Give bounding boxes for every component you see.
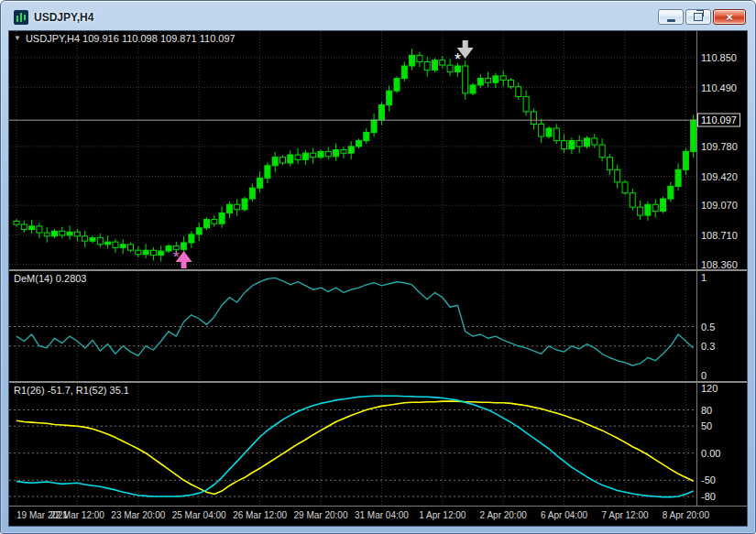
ri-plot[interactable]: R1(26) -51.7, R1(52) 35.1 (9, 383, 696, 506)
current-price-tag: 110.097 (697, 114, 740, 127)
scale-tick-label: 110.490 (701, 82, 737, 93)
scale-tick-label: 110.850 (701, 52, 737, 63)
maximize-restore-button[interactable] (685, 9, 711, 25)
chart-client-area: ** ▼ USDJPY,H4 109.916 110.098 109.871 1… (8, 30, 748, 527)
window-controls: × (658, 9, 746, 25)
scale-tick-label: 108.360 (701, 259, 738, 269)
time-axis-label: 6 Apr 04:00 (541, 510, 587, 520)
ri-indicator-pane: R1(26) -51.7, R1(52) 35.1 12080500.00-50… (9, 383, 747, 506)
scale-tick-label: -50 (701, 474, 716, 485)
scale-tick-label: -80 (701, 491, 716, 502)
scale-tick-label: 109.070 (701, 200, 738, 211)
dem-indicator-svg[interactable] (9, 271, 696, 381)
time-axis-label: 23 Mar 20:00 (111, 510, 165, 520)
time-axis-label: 31 Mar 04:00 (355, 510, 409, 520)
ri-indicator-svg[interactable] (9, 383, 696, 506)
time-scale[interactable]: 19 Mar 202122 Mar 12:0023 Mar 20:0025 Ma… (9, 506, 747, 526)
scale-tick-label: 1 (701, 272, 707, 283)
scale-tick-label: 0 (701, 370, 707, 381)
close-icon: × (726, 11, 733, 23)
time-axis-label: 29 Mar 20:00 (294, 510, 348, 520)
scale-tick-label: 120 (701, 383, 718, 394)
minimize-button[interactable] (658, 9, 684, 25)
price-pane: ** ▼ USDJPY,H4 109.916 110.098 109.871 1… (9, 31, 747, 269)
title-bar[interactable]: USDJPY,H4 × (8, 1, 748, 30)
dem-plot[interactable]: DeM(14) 0.2803 (9, 271, 696, 381)
one-click-trading-toggle[interactable]: ▼ (14, 35, 21, 42)
buy-asterisk: * (173, 248, 180, 267)
time-axis-label: 7 Apr 12:00 (601, 510, 648, 520)
price-plot[interactable]: ** ▼ USDJPY,H4 109.916 110.098 109.871 1… (9, 31, 696, 269)
close-button[interactable]: × (713, 9, 746, 25)
chart-window: USDJPY,H4 × ** ▼ USDJPY,H4 109.916 110.0… (0, 0, 756, 534)
chart-icon[interactable] (14, 10, 28, 25)
restore-icon (694, 13, 703, 21)
scale-tick-label: 109.420 (701, 171, 738, 182)
scale-tick-label: 109.780 (701, 141, 738, 152)
scale-tick-label: 108.710 (701, 230, 738, 241)
price-scale[interactable]: 110.850110.490109.780109.420109.070108.7… (696, 31, 747, 269)
dem-scale[interactable]: 10.50.30 (696, 271, 747, 381)
price-chart-svg[interactable]: ** (9, 31, 696, 269)
time-axis-label: 25 Mar 04:00 (172, 510, 226, 520)
time-axis-label: 2 Apr 20:00 (480, 510, 527, 520)
time-axis-label: 26 Mar 12:00 (233, 510, 287, 520)
ri-scale[interactable]: 12080500.00-50-80 (696, 383, 747, 506)
scale-tick-label: 0.3 (701, 341, 715, 352)
scale-tick-label: 80 (701, 405, 712, 416)
time-axis-label: 8 Apr 20:00 (663, 510, 709, 520)
scale-tick-label: 0.5 (701, 321, 715, 332)
dem-indicator-pane: DeM(14) 0.2803 10.50.30 (9, 271, 747, 381)
minimize-icon (667, 19, 675, 22)
window-title: USDJPY,H4 (34, 11, 93, 24)
scale-tick-label: 0.00 (701, 448, 720, 459)
time-axis-label: 22 Mar 12:00 (50, 510, 104, 520)
time-axis-label: 1 Apr 12:00 (419, 510, 466, 520)
sell-asterisk: * (455, 50, 461, 69)
scale-tick-label: 50 (701, 420, 712, 431)
